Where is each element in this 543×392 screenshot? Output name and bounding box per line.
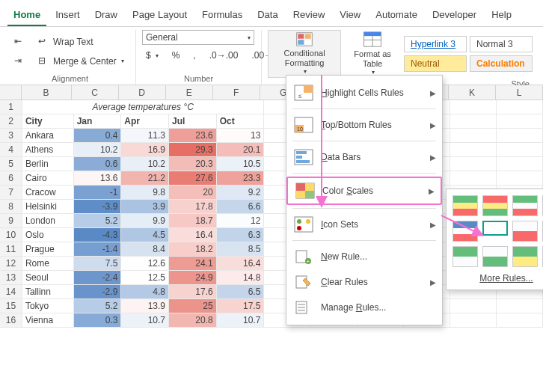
merge-center-button[interactable]: ⊟Merge & Center▾	[34, 53, 128, 70]
city-cell[interactable]: Berlin	[22, 157, 73, 171]
color-scale-option[interactable]	[512, 221, 538, 242]
percent-button[interactable]: %	[168, 48, 184, 63]
data-cell[interactable]: 20.1	[216, 143, 264, 157]
header-cell[interactable]: City	[22, 114, 73, 129]
data-cell[interactable]: 23.3	[216, 171, 264, 186]
data-cell[interactable]: 11.3	[121, 129, 169, 143]
color-scale-option[interactable]	[512, 195, 538, 216]
city-cell[interactable]: Athens	[22, 143, 73, 157]
data-cell[interactable]: 10.7	[121, 313, 169, 328]
row-header[interactable]: 15	[0, 299, 22, 313]
row-header[interactable]: 9	[0, 214, 22, 228]
data-cell[interactable]: 20	[169, 186, 217, 200]
color-scale-option[interactable]	[482, 221, 508, 236]
row-header[interactable]: 12	[0, 257, 22, 271]
data-cell[interactable]: -2.4	[73, 271, 121, 285]
city-cell[interactable]: Vienna	[22, 313, 73, 328]
data-cell[interactable]: -1	[73, 186, 121, 200]
conditional-formatting-button[interactable]: Conditional Formatting▾	[268, 30, 341, 78]
row-header[interactable]: 3	[0, 129, 22, 143]
column-header[interactable]: E	[166, 85, 213, 99]
cell[interactable]	[450, 129, 496, 143]
style-calculation[interactable]: Calculation	[470, 55, 533, 72]
data-cell[interactable]: 9.8	[121, 186, 169, 200]
color-scale-option[interactable]	[482, 195, 508, 216]
column-header[interactable]: B	[22, 85, 72, 99]
tab-data[interactable]: Data	[251, 6, 283, 26]
data-cell[interactable]: 12	[216, 214, 264, 228]
currency-button[interactable]: $▾	[142, 48, 162, 63]
color-scale-option[interactable]	[482, 246, 508, 267]
data-cell[interactable]: 0.3	[73, 313, 121, 328]
increase-decimal-button[interactable]: .0→.00	[206, 48, 242, 63]
row-header[interactable]: 11	[0, 242, 22, 257]
cell[interactable]	[496, 313, 542, 328]
header-cell[interactable]: Jul	[169, 114, 217, 129]
cell[interactable]	[450, 313, 496, 328]
cell[interactable]	[496, 129, 542, 143]
cell[interactable]	[496, 157, 542, 171]
city-cell[interactable]: Cracow	[22, 186, 73, 200]
cell[interactable]	[450, 299, 496, 313]
data-cell[interactable]: 9.2	[216, 186, 264, 200]
tab-draw[interactable]: Draw	[89, 6, 123, 26]
cell[interactable]	[496, 171, 542, 186]
row-header[interactable]: 6	[0, 171, 22, 186]
data-cell[interactable]: 20.3	[169, 157, 217, 171]
cell[interactable]	[450, 171, 496, 186]
row-header[interactable]: 13	[0, 271, 22, 285]
column-header[interactable]: L	[496, 85, 543, 99]
column-header[interactable]: C	[72, 85, 119, 99]
menu-color-scales[interactable]: Color Scales ▶	[286, 177, 442, 205]
row-header[interactable]: 10	[0, 228, 22, 242]
select-all-corner[interactable]	[0, 85, 22, 99]
data-cell[interactable]: 8.4	[121, 242, 169, 257]
data-cell[interactable]: 3.9	[121, 200, 169, 214]
data-cell[interactable]: 5.2	[73, 299, 121, 313]
more-rules-button[interactable]: More Rules...	[452, 267, 543, 284]
cell[interactable]	[450, 114, 496, 129]
column-header[interactable]: K	[449, 85, 496, 99]
data-cell[interactable]: 27.6	[169, 171, 217, 186]
data-cell[interactable]: 12.5	[121, 271, 169, 285]
data-cell[interactable]: 6.5	[216, 285, 264, 299]
cell-styles-gallery[interactable]: Hyperlink 3 Normal 3 Neutral Calculation	[404, 36, 533, 72]
style-neutral[interactable]: Neutral	[404, 55, 467, 72]
tab-insert[interactable]: Insert	[49, 6, 86, 26]
data-cell[interactable]: 29.3	[169, 143, 217, 157]
header-cell[interactable]: Jan	[73, 114, 121, 129]
data-cell[interactable]: 5.2	[73, 214, 121, 228]
data-cell[interactable]: -3.9	[73, 200, 121, 214]
data-cell[interactable]: 21.2	[121, 171, 169, 186]
format-as-table-button[interactable]: Format as Table▾	[346, 30, 399, 78]
cell[interactable]	[450, 143, 496, 157]
tab-review[interactable]: Review	[287, 6, 331, 26]
row-header[interactable]: 2	[0, 114, 22, 129]
color-scale-option[interactable]	[452, 195, 478, 216]
row-header[interactable]: 4	[0, 143, 22, 157]
data-cell[interactable]: 10.2	[73, 143, 121, 157]
data-cell[interactable]: 25	[169, 299, 217, 313]
data-cell[interactable]: 16.4	[216, 257, 264, 271]
data-cell[interactable]: 18.7	[169, 214, 217, 228]
menu-clear-rules[interactable]: Clear Rules ▶	[286, 269, 442, 295]
cell[interactable]	[496, 114, 542, 129]
tab-view[interactable]: View	[334, 6, 366, 26]
data-cell[interactable]: 16.9	[121, 143, 169, 157]
data-cell[interactable]: 0.4	[73, 129, 121, 143]
data-cell[interactable]: 13	[216, 129, 264, 143]
style-hyperlink[interactable]: Hyperlink 3	[404, 36, 467, 52]
city-cell[interactable]: Cairo	[22, 171, 73, 186]
menu-top-bottom[interactable]: 10 Top/Bottom Rules ▶	[286, 112, 442, 138]
city-cell[interactable]: Helsinki	[22, 200, 73, 214]
row-header[interactable]: 1	[0, 100, 22, 114]
data-cell[interactable]: 20.8	[169, 313, 217, 328]
header-cell[interactable]: Apr	[121, 114, 169, 129]
data-cell[interactable]: 4.5	[121, 228, 169, 242]
cell[interactable]	[496, 299, 542, 313]
number-format-select[interactable]: General ▾	[142, 30, 254, 45]
data-cell[interactable]: 12.6	[121, 257, 169, 271]
row-header[interactable]: 14	[0, 285, 22, 299]
tab-page-layout[interactable]: Page Layout	[126, 6, 193, 26]
data-cell[interactable]: 6.6	[216, 200, 264, 214]
